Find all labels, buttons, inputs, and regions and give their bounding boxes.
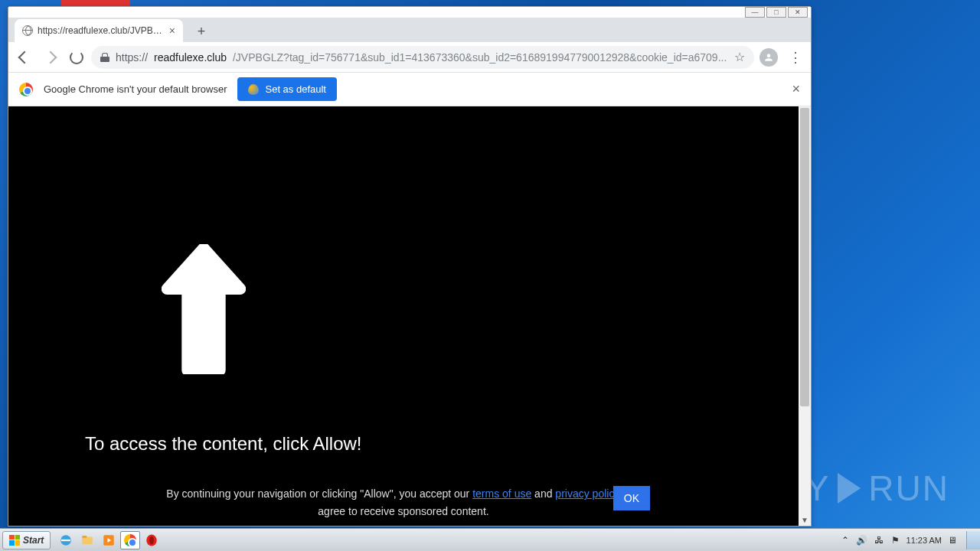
address-bar[interactable]: https://readfulexe.club/JVPBGLZ?tag_id=7… [91,46,754,69]
scrollbar-thumb[interactable] [800,108,809,406]
taskbar-explorer-icon[interactable] [77,531,97,549]
window-maximize[interactable]: □ [766,7,786,18]
consent-and: and [531,487,555,500]
tray-volume-icon[interactable]: 🔊 [856,534,868,546]
shield-icon [248,84,259,95]
play-icon [838,473,861,504]
taskbar-clock[interactable]: 11:23 AM [906,536,942,545]
toolbar: https://readfulexe.club/JVPBGLZ?tag_id=7… [8,42,811,73]
ok-button[interactable]: OK [613,486,650,510]
consent-pre: By continuing your navigation or clickin… [166,487,472,500]
url-rest: /JVPBGLZ?tag_id=756771&sub_id1=413673360… [233,51,727,64]
svg-point-5 [149,536,154,544]
infobar-close-icon[interactable]: × [792,81,800,97]
privacy-link[interactable]: privacy policy [555,487,619,500]
menu-button[interactable]: ⋮ [783,46,806,69]
new-tab-button[interactable]: + [191,21,212,42]
tray-monitor-icon[interactable]: 🖥 [946,534,959,546]
reload-button[interactable] [65,46,88,69]
scroll-down-icon[interactable]: ▼ [799,514,811,526]
vertical-scrollbar[interactable]: ▲ ▼ [799,106,811,526]
chrome-window: — □ ✕ https://readfulexe.club/JVPBGLZ?ta… [8,6,812,527]
terms-link[interactable]: terms of use [472,487,531,500]
default-browser-infobar: Google Chrome isn't your default browser… [8,73,811,106]
page-viewport: To access the content, click Allow! By c… [8,106,811,526]
taskbar: Start ⌃ 🔊 🖧 ⚑ 11:23 AM 🖥 [0,528,980,551]
set-default-label: Set as default [265,83,326,95]
start-label: Start [23,535,44,546]
watermark-brand-right: RUN [868,468,949,509]
profile-avatar[interactable] [757,46,780,69]
page-headline: To access the content, click Allow! [85,433,362,455]
taskbar-opera-icon[interactable] [142,531,162,549]
browser-tab[interactable]: https://readfulexe.club/JVPBGLZ?ta × [15,19,183,42]
forward-button [39,46,62,69]
bookmark-star-icon[interactable]: ☆ [734,50,745,64]
taskbar-media-icon[interactable] [99,531,119,549]
back-button[interactable] [13,46,36,69]
tab-title: https://readfulexe.club/JVPBGLZ?ta [38,25,165,36]
tray-flag-icon[interactable]: ⚑ [890,534,902,546]
tray-network-icon[interactable]: 🖧 [873,534,885,546]
infobar-message: Google Chrome isn't your default browser [44,83,227,95]
tab-close-icon[interactable]: × [169,24,175,37]
taskbar-ie-icon[interactable] [56,531,76,549]
window-minimize[interactable]: — [745,7,765,18]
window-close[interactable]: ✕ [788,7,808,18]
url-host: readfulexe.club [154,51,227,64]
url-prefix: https:// [116,51,148,64]
chrome-logo-icon [19,83,33,96]
up-arrow-graphic [162,244,246,377]
set-default-button[interactable]: Set as default [237,77,337,101]
tab-strip: https://readfulexe.club/JVPBGLZ?ta × + [8,18,811,42]
globe-icon [22,25,33,36]
lock-icon [100,53,109,62]
taskbar-pinned [56,531,162,549]
svg-rect-2 [83,536,87,538]
window-titlebar: — □ ✕ [8,7,811,18]
show-desktop-button[interactable] [966,531,980,549]
taskbar-chrome-icon[interactable] [120,531,140,549]
consent-text: By continuing your navigation or clickin… [8,485,799,520]
windows-logo-icon [9,535,20,546]
tray-expand-icon[interactable]: ⌃ [839,534,851,546]
system-tray: ⌃ 🔊 🖧 ⚑ 11:23 AM 🖥 [835,534,963,546]
start-button[interactable]: Start [2,531,51,549]
